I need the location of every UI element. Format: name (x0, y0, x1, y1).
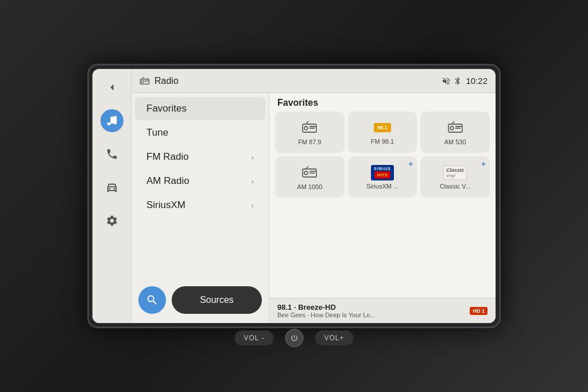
infotainment-screen: Radio 10:22 (92, 69, 496, 323)
main-content: Radio 10:22 (131, 69, 496, 323)
favorites-grid: FM 87.9 98.1 FM 98.1 (269, 112, 496, 202)
now-playing-bar: 98.1 · Breeze-HD Bee Gees · How Deep Is … (269, 298, 496, 323)
screen-container: Radio 10:22 (87, 64, 501, 328)
status-bar: 10:22 (442, 76, 488, 86)
radio-tile-icon (301, 120, 318, 136)
favorite-tile-classicvinyl[interactable]: + Classic vinyl Classic V... (420, 156, 490, 198)
tile-label-fm879: FM 87.9 (298, 139, 321, 145)
chevron-icon: › (252, 153, 254, 162)
search-button[interactable] (138, 286, 166, 314)
tile-label-fm981: FM 98.1 (371, 138, 394, 145)
sidebar-phone-icon[interactable] (100, 143, 123, 166)
favorite-tile-am1000[interactable]: AM 1000 (275, 156, 345, 198)
menu-item-favorites[interactable]: Favorites (135, 97, 265, 120)
sidebar-music-icon[interactable] (100, 109, 123, 132)
hd-badge: HD 1 (470, 307, 488, 315)
menu-panel: Favorites Tune FM Radio › AM Radio › Sir (131, 93, 269, 323)
radio-tile-icon (301, 164, 318, 181)
vol-minus-button[interactable]: VOL - (235, 330, 274, 345)
chevron-icon: › (252, 201, 254, 210)
tile-label-siriushits: SiriusXM ... (366, 183, 399, 190)
favorite-tile-fm981[interactable]: 98.1 FM 98.1 (348, 112, 417, 153)
menu-item-siriusxm[interactable]: SiriusXM › (135, 194, 265, 217)
svg-point-19 (304, 171, 308, 175)
power-button[interactable] (285, 329, 303, 347)
body-area: Favorites Tune FM Radio › AM Radio › Sir (131, 93, 496, 323)
favorite-tile-fm879[interactable]: FM 87.9 (275, 112, 345, 153)
favorite-tile-am530[interactable]: AM 530 (420, 112, 490, 153)
vol-plus-button[interactable]: VOL+ (315, 330, 353, 345)
svg-point-3 (113, 188, 115, 190)
favorite-tile-siriushits[interactable]: + SIRIUS HITS SiriusXM ... (348, 156, 417, 198)
hardware-controls: VOL - VOL+ (235, 329, 354, 347)
page-title: Radio (154, 76, 437, 86)
menu-item-fm-radio[interactable]: FM Radio › (135, 145, 265, 168)
add-icon: + (408, 159, 413, 168)
svg-point-1 (113, 121, 117, 125)
tile-label-classicvinyl: Classic V... (440, 183, 471, 190)
siriushits-logo: SIRIUS HITS (371, 164, 393, 180)
svg-point-14 (450, 126, 454, 130)
sidebar-settings-icon[interactable] (100, 209, 123, 232)
add-icon: + (481, 159, 486, 168)
radio-icon (140, 75, 150, 86)
status-icons (442, 76, 462, 86)
svg-point-9 (304, 126, 308, 130)
chevron-icon: › (252, 177, 254, 186)
bluetooth-icon (453, 76, 462, 86)
clock: 10:22 (466, 76, 488, 86)
tile-label-am1000: AM 1000 (297, 183, 322, 190)
menu-item-tune[interactable]: Tune (135, 121, 265, 144)
menu-item-am-radio[interactable]: AM Radio › (135, 170, 265, 193)
sidebar (92, 69, 131, 323)
header: Radio 10:22 (131, 69, 496, 93)
sidebar-back-icon[interactable] (100, 76, 123, 99)
radio-tile-icon (447, 120, 463, 136)
favorites-title: Favorites (269, 93, 496, 112)
mute-icon (442, 76, 451, 86)
sidebar-car-icon[interactable] (100, 176, 123, 199)
now-playing-station: 98.1 · Breeze-HD (277, 303, 466, 312)
menu-actions: Sources (131, 280, 269, 320)
favorites-panel: Favorites (269, 93, 496, 323)
svg-point-5 (141, 80, 144, 83)
tile-label-am530: AM 530 (444, 139, 466, 145)
sources-button[interactable]: Sources (172, 286, 262, 314)
svg-point-0 (107, 122, 110, 126)
now-playing-info: 98.1 · Breeze-HD Bee Gees · How Deep Is … (277, 303, 466, 318)
classicvinyl-logo: Classic vinyl (443, 164, 467, 180)
fm981-logo: 98.1 (374, 120, 391, 136)
svg-point-2 (109, 188, 110, 190)
now-playing-song: Bee Gees · How Deep Is Your Lo... (277, 312, 466, 318)
